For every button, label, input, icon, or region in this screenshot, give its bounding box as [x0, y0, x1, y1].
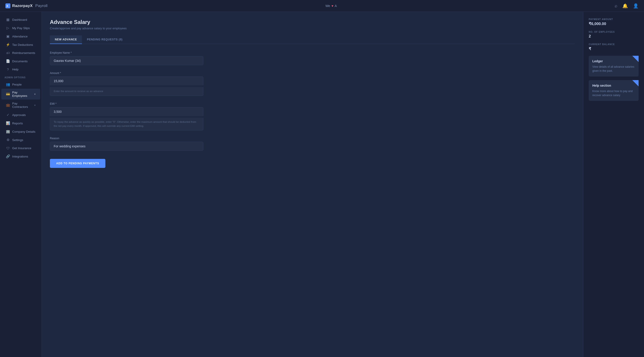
- sidebar-item-attendance[interactable]: ▣ Attendance: [1, 32, 40, 40]
- ledger-desc: View details of all advance salaries giv…: [592, 65, 635, 73]
- sidebar-item-company-details[interactable]: 🏢 Company Details: [1, 128, 40, 136]
- admin-options-label: ADMIN OPTIONS: [0, 74, 42, 80]
- help-card-corner: [632, 80, 638, 86]
- sidebar-item-settings[interactable]: ⚙ Settings: [1, 136, 40, 144]
- approvals-icon: ✓: [6, 113, 10, 117]
- right-panel: PAYMENT AMOUNT ₹6,000.00 NO. OF EMPLOYEE…: [583, 12, 644, 357]
- ledger-card[interactable]: Ledger View details of all advance salar…: [589, 56, 638, 76]
- balance-label: CURRENT BALANCE: [589, 43, 638, 46]
- tagline-we: We: [326, 4, 330, 8]
- sidebar-label-company-details: Company Details: [12, 130, 36, 133]
- balance-stat: CURRENT BALANCE ₹: [589, 43, 638, 51]
- pay-employees-chevron-icon: ▾: [34, 93, 36, 96]
- sidebar-label-people: People: [12, 83, 22, 86]
- svg-text:X: X: [6, 4, 8, 8]
- pay-employees-icon: 💳: [6, 92, 10, 96]
- tagline-initial: A: [335, 4, 337, 8]
- reason-label: Reason: [50, 137, 203, 140]
- sidebar-item-reports[interactable]: 📊 Reports: [1, 119, 40, 127]
- reason-input[interactable]: [50, 142, 203, 151]
- employees-value: 2: [589, 34, 638, 38]
- attendance-icon: ▣: [6, 34, 10, 38]
- sidebar-label-documents: Documents: [12, 60, 28, 63]
- submit-button[interactable]: ADD TO PENDING PAYMENTS: [50, 159, 106, 168]
- topnav: X RazorpayX Payroll We ♥ A ⌕ 🔔 👤: [0, 0, 644, 12]
- sidebar-label-approvals: Approvals: [12, 113, 26, 117]
- help-card[interactable]: Help section Know more about how to pay …: [589, 80, 638, 101]
- integrations-icon: 🔗: [6, 154, 10, 158]
- sidebar-label-help: Help: [12, 68, 18, 71]
- logo-area: X RazorpayX Payroll: [6, 4, 48, 8]
- sidebar-item-pay-contractors[interactable]: 💼 Pay Contractors ▾: [1, 100, 40, 110]
- topnav-actions: ⌕ 🔔 👤: [615, 3, 638, 8]
- pay-contractors-chevron-icon: ▾: [34, 104, 36, 107]
- sidebar-item-pay-employees[interactable]: 💳 Pay Employees ▾: [1, 89, 40, 100]
- search-icon[interactable]: ⌕: [615, 3, 617, 8]
- employee-name-label: Employee Name *: [50, 51, 203, 54]
- sidebar-item-tax-deductions[interactable]: ⚡ Tax Deductions: [1, 40, 40, 49]
- sidebar-item-dashboard[interactable]: ▦ Dashboard: [1, 16, 40, 24]
- payment-amount-stat: PAYMENT AMOUNT ₹6,000.00: [589, 18, 638, 26]
- sidebar-label-reimbursements: Reimbursements: [12, 51, 35, 54]
- payment-amount-label: PAYMENT AMOUNT: [589, 18, 638, 20]
- sidebar-item-help[interactable]: ? Help: [1, 66, 40, 73]
- tax-icon: ⚡: [6, 43, 10, 47]
- sidebar-label-settings: Settings: [12, 138, 23, 142]
- ledger-title: Ledger: [592, 59, 635, 63]
- sidebar-label-get-insurance: Get Insurance: [12, 146, 31, 150]
- advance-salary-form: Employee Name * Amount * Enter the amoun…: [50, 51, 203, 168]
- tab-new-advance[interactable]: NEW ADVANCE: [50, 36, 82, 44]
- help-icon: ?: [6, 68, 10, 71]
- sidebar-label-reports: Reports: [12, 122, 23, 125]
- tab-pending-requests[interactable]: PENDING REQUESTS (0): [82, 36, 128, 44]
- emi-input[interactable]: [50, 107, 203, 116]
- heart-icon: ♥: [332, 4, 333, 8]
- page-subtitle: Create/approve and pay advance salary to…: [50, 27, 575, 30]
- employee-name-input[interactable]: [50, 56, 203, 65]
- sidebar: ▦ Dashboard ▷ My Pay Slips ▣ Attendance …: [0, 12, 42, 357]
- amount-label: Amount *: [50, 72, 203, 75]
- product-text: Payroll: [36, 4, 48, 8]
- bell-icon[interactable]: 🔔: [622, 3, 628, 8]
- emi-group: EMI * To repay the advance as quickly as…: [50, 102, 203, 131]
- reason-group: Reason: [50, 137, 203, 151]
- sidebar-label-pay-contractors: Pay Contractors: [12, 102, 32, 108]
- balance-value: ₹: [589, 46, 638, 51]
- dashboard-icon: ▦: [6, 18, 10, 22]
- sidebar-item-reimbursements[interactable]: 🏷 Reimbursements: [1, 49, 40, 57]
- settings-icon: ⚙: [6, 138, 10, 142]
- main-content: Advance Salary Create/approve and pay ad…: [42, 12, 583, 357]
- sidebar-label-integrations: Integrations: [12, 155, 28, 158]
- sidebar-label-my-pay-slips: My Pay Slips: [12, 26, 30, 30]
- reimbursements-icon: 🏷: [6, 51, 10, 55]
- logo-text: RazorpayX: [12, 4, 33, 8]
- sidebar-item-get-insurance[interactable]: 🛡 Get Insurance: [1, 144, 40, 152]
- topnav-tagline: We ♥ A: [326, 4, 337, 8]
- payment-amount-value: ₹6,000.00: [589, 22, 638, 26]
- user-icon[interactable]: 👤: [633, 3, 638, 8]
- sidebar-label-tax-deductions: Tax Deductions: [12, 43, 33, 46]
- razorpayx-logo-icon: X: [6, 4, 10, 8]
- amount-group: Amount * Enter the amount to recieve as …: [50, 72, 203, 96]
- insurance-icon: 🛡: [6, 146, 10, 150]
- tabs-row: NEW ADVANCE PENDING REQUESTS (0): [50, 36, 575, 44]
- reports-icon: 📊: [6, 121, 10, 125]
- people-icon: 👥: [6, 82, 10, 86]
- ledger-card-corner: [632, 56, 638, 62]
- sidebar-item-integrations[interactable]: 🔗 Integrations: [1, 152, 40, 160]
- help-card-title: Help section: [592, 84, 635, 87]
- pay-contractors-icon: 💼: [6, 103, 10, 107]
- amount-hint: Enter the amount to recieve as an advanc…: [50, 87, 203, 96]
- amount-input[interactable]: [50, 76, 203, 85]
- sidebar-item-documents[interactable]: 📄 Documents: [1, 57, 40, 65]
- pay-slips-icon: ▷: [6, 26, 10, 30]
- sidebar-item-approvals[interactable]: ✓ Approvals: [1, 111, 40, 119]
- sidebar-item-my-pay-slips[interactable]: ▷ My Pay Slips: [1, 24, 40, 32]
- documents-icon: 📄: [6, 59, 10, 63]
- page-title: Advance Salary: [50, 19, 575, 25]
- employees-label: NO. OF EMPLOYEES: [589, 31, 638, 33]
- sidebar-item-people[interactable]: 👥 People: [1, 80, 40, 88]
- employees-stat: NO. OF EMPLOYEES 2: [589, 31, 638, 38]
- employee-name-group: Employee Name *: [50, 51, 203, 65]
- emi-hint: To repay the advance as quickly as possi…: [50, 118, 203, 131]
